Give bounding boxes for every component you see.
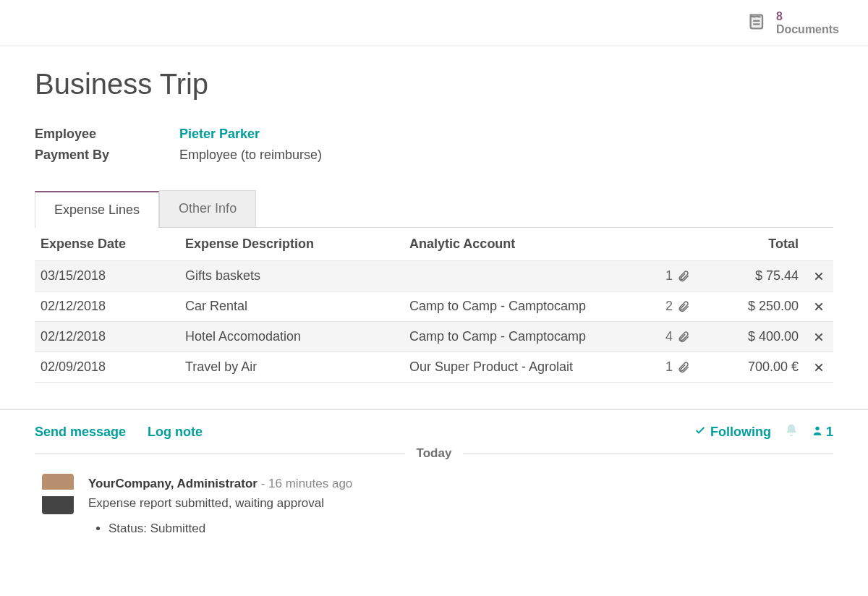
- cell-desc: Travel by Air: [179, 352, 404, 383]
- cell-date: 02/09/2018: [35, 352, 179, 383]
- check-icon: [694, 425, 706, 440]
- attach-count: 1: [665, 268, 673, 283]
- bell-icon[interactable]: [784, 423, 799, 440]
- tab-other-info[interactable]: Other Info: [159, 190, 256, 227]
- cell-analytic: [404, 261, 645, 291]
- following-button[interactable]: Following: [694, 425, 771, 440]
- follower-number: 1: [826, 425, 833, 440]
- col-desc: Expense Description: [179, 228, 404, 261]
- close-icon: [813, 359, 825, 374]
- documents-count: 8: [776, 10, 839, 23]
- delete-row-button[interactable]: [804, 261, 833, 291]
- paperclip-icon: [673, 329, 690, 344]
- svg-point-10: [815, 426, 819, 430]
- cell-attachments[interactable]: 4: [645, 322, 696, 352]
- attach-count: 2: [665, 299, 673, 313]
- cell-attachments[interactable]: 1: [645, 261, 696, 291]
- cell-desc: Hotel Accomodation: [179, 322, 404, 352]
- table-row[interactable]: 03/15/2018Gifts baskets1$ 75.44: [35, 261, 833, 291]
- message-time: - 16 minutes ago: [261, 477, 353, 490]
- delete-row-button[interactable]: [804, 322, 833, 352]
- cell-total: $ 75.44: [696, 261, 804, 291]
- cell-desc: Gifts baskets: [179, 261, 404, 291]
- expense-table: Expense Date Expense Description Analyti…: [35, 228, 833, 383]
- col-analytic: Analytic Account: [404, 228, 645, 261]
- following-label: Following: [710, 425, 771, 440]
- follower-count[interactable]: 1: [812, 425, 833, 440]
- cell-desc: Car Rental: [179, 291, 404, 322]
- documents-button[interactable]: 8 Documents: [747, 10, 839, 35]
- close-icon: [813, 268, 825, 283]
- cell-attachments[interactable]: 2: [645, 291, 696, 322]
- cell-analytic: Camp to Camp - Camptocamp: [404, 291, 645, 322]
- delete-row-button[interactable]: [804, 352, 833, 383]
- cell-attachments[interactable]: 1: [645, 352, 696, 383]
- attach-count: 1: [665, 359, 673, 374]
- table-row[interactable]: 02/12/2018Hotel AccomodationCamp to Camp…: [35, 322, 833, 352]
- close-icon: [813, 299, 825, 313]
- payment-by-label: Payment By: [35, 148, 179, 163]
- message-body: Expense report submitted, waiting approv…: [88, 493, 352, 513]
- col-total: Total: [696, 228, 804, 261]
- cell-analytic: Camp to Camp - Camptocamp: [404, 322, 645, 352]
- col-date: Expense Date: [35, 228, 179, 261]
- cell-total: 700.00 €: [696, 352, 804, 383]
- paperclip-icon: [673, 268, 690, 283]
- cell-total: $ 250.00: [696, 291, 804, 322]
- cell-analytic: Our Super Product - Agrolait: [404, 352, 645, 383]
- documents-label: Documents: [776, 23, 839, 36]
- delete-row-button[interactable]: [804, 291, 833, 322]
- message-bullet: Status: Submitted: [109, 519, 352, 538]
- person-icon: [812, 425, 823, 440]
- cell-date: 03/15/2018: [35, 261, 179, 291]
- employee-label: Employee: [35, 127, 179, 142]
- documents-icon: [747, 12, 767, 35]
- close-icon: [813, 329, 825, 344]
- tab-expense-lines[interactable]: Expense Lines: [35, 191, 159, 228]
- send-message-button[interactable]: Send message: [35, 425, 126, 440]
- cell-total: $ 400.00: [696, 322, 804, 352]
- message-author[interactable]: YourCompany, Administrator: [88, 477, 258, 490]
- log-note-button[interactable]: Log note: [148, 425, 203, 440]
- cell-date: 02/12/2018: [35, 291, 179, 322]
- employee-link[interactable]: Pieter Parker: [179, 127, 260, 142]
- cell-date: 02/12/2018: [35, 322, 179, 352]
- table-row[interactable]: 02/12/2018Car RentalCamp to Camp - Campt…: [35, 291, 833, 322]
- paperclip-icon: [673, 299, 690, 313]
- avatar: [42, 474, 74, 514]
- attach-count: 4: [665, 329, 673, 344]
- paperclip-icon: [673, 359, 690, 374]
- date-separator: Today: [405, 446, 464, 461]
- page-title: Business Trip: [35, 68, 833, 101]
- payment-by-value: Employee (to reimburse): [179, 148, 322, 163]
- table-row[interactable]: 02/09/2018Travel by AirOur Super Product…: [35, 352, 833, 383]
